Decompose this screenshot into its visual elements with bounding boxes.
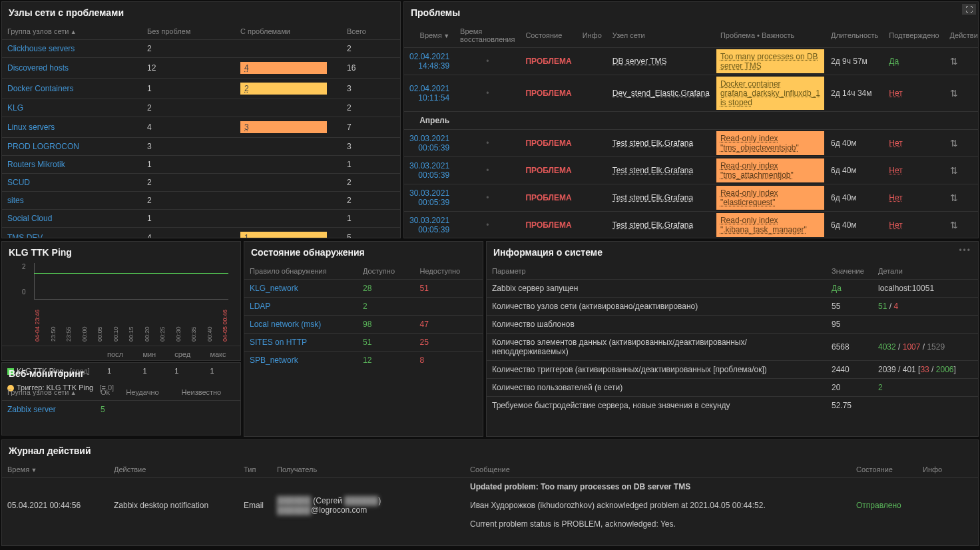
problem-count-link[interactable]: 2 bbox=[240, 83, 327, 95]
col-rule[interactable]: Правило обнаружения bbox=[244, 263, 358, 280]
discovery-rule-link[interactable]: SPB_network bbox=[250, 356, 298, 365]
ack-link[interactable]: Нет bbox=[889, 193, 902, 202]
col-time[interactable]: Время bbox=[420, 31, 450, 39]
table-row: Количество элементов данных (активирован… bbox=[487, 334, 978, 361]
col-action[interactable]: Действие bbox=[109, 461, 238, 478]
ack-link[interactable]: Нет bbox=[889, 89, 902, 98]
host-group-link[interactable]: PROD LOGROCON bbox=[7, 142, 79, 151]
col-type[interactable]: Тип bbox=[238, 461, 272, 478]
problem-host-link[interactable]: DB server TMS bbox=[612, 57, 667, 66]
cell-total: 1 bbox=[342, 156, 400, 174]
problem-host-link[interactable]: Test stend Elk.Grafana bbox=[612, 193, 693, 202]
panel-title: Узлы сети с проблемами bbox=[2, 2, 400, 23]
host-group-link[interactable]: Discovered hosts bbox=[7, 63, 69, 73]
host-group-link[interactable]: Docker Containers bbox=[7, 84, 73, 93]
problem-link[interactable]: Read-only index "tms_objecteventsjob" bbox=[716, 131, 824, 155]
col-time[interactable]: Время bbox=[7, 465, 37, 473]
col-details[interactable]: Детали bbox=[873, 263, 978, 280]
col-fail[interactable]: Неудачно bbox=[121, 384, 176, 401]
col-info[interactable]: Инфо bbox=[917, 461, 978, 478]
ack-link[interactable]: Нет bbox=[889, 220, 902, 230]
action-icon[interactable]: ⇅ bbox=[950, 220, 958, 230]
col-ack[interactable]: Подтверждено bbox=[883, 23, 944, 48]
panel-host-problems: Узлы сети с проблемами Группа узлов сети… bbox=[1, 1, 401, 238]
col-state[interactable]: Состояние bbox=[520, 23, 577, 48]
col-info[interactable]: Инфо bbox=[577, 23, 607, 48]
col-down[interactable]: Недоступно bbox=[415, 263, 483, 280]
host-group-link[interactable]: Linux servers bbox=[7, 123, 55, 132]
ack-link[interactable]: Да bbox=[889, 57, 899, 66]
problem-link[interactable]: Too many processes on DB server TMS bbox=[716, 49, 824, 73]
host-group-link[interactable]: sites bbox=[7, 196, 24, 205]
problem-host-link[interactable]: Dev_stend_Elastic.Grafana bbox=[612, 89, 710, 98]
problem-count-link[interactable]: 1 bbox=[240, 232, 327, 238]
problem-time-link[interactable]: 02.04.2021 14:48:39 bbox=[409, 52, 449, 71]
cell-without: 1 bbox=[142, 210, 235, 228]
cell-without: 1 bbox=[142, 156, 235, 174]
col-without[interactable]: Без проблем bbox=[142, 23, 235, 40]
col-with[interactable]: С проблемами bbox=[235, 23, 342, 40]
col-host[interactable]: Узел сети bbox=[607, 23, 715, 48]
problem-time-link[interactable]: 02.04.2021 10:11:54 bbox=[409, 84, 449, 103]
host-group-link[interactable]: Social Cloud bbox=[7, 214, 52, 223]
cell-up: 51 bbox=[358, 334, 415, 352]
action-icon[interactable]: ⇅ bbox=[950, 88, 958, 99]
cell-total: 2 bbox=[342, 40, 400, 58]
cell-down: 51 bbox=[415, 280, 483, 298]
problem-count-link[interactable]: 4 bbox=[240, 62, 327, 74]
problem-link[interactable]: Read-only index "tms_attachmentjob" bbox=[716, 158, 824, 182]
col-problem[interactable]: Проблема • Важность bbox=[715, 23, 826, 48]
problem-count-link[interactable]: 3 bbox=[240, 121, 327, 133]
discovery-rule-link[interactable]: KLG_network bbox=[250, 284, 298, 293]
problem-link[interactable]: Read-only index "elasticrequest" bbox=[716, 186, 824, 210]
problem-duration: 6д 40м bbox=[826, 130, 883, 157]
discovery-rule-link[interactable]: Local network (msk) bbox=[250, 320, 321, 329]
col-up[interactable]: Доступно bbox=[358, 263, 415, 280]
col-total[interactable]: Всего bbox=[342, 23, 400, 40]
col-param[interactable]: Параметр bbox=[487, 263, 826, 280]
host-group-link[interactable]: SCUD bbox=[7, 178, 30, 187]
col-message[interactable]: Сообщение bbox=[465, 461, 851, 478]
problem-time-link[interactable]: 30.03.2021 00:05:39 bbox=[409, 188, 449, 207]
problem-time-link[interactable]: 30.03.2021 00:05:39 bbox=[409, 134, 449, 152]
log-time: 05.04.2021 00:44:56 bbox=[2, 478, 109, 533]
col-recovery[interactable]: Время восстановления bbox=[455, 23, 520, 48]
host-group-link[interactable]: TMS DEV bbox=[7, 233, 43, 238]
problem-time-link[interactable]: 30.03.2021 00:05:39 bbox=[409, 216, 449, 234]
col-recipient[interactable]: Получатель bbox=[272, 461, 465, 478]
cell-with: 1 bbox=[235, 228, 342, 239]
host-group-link[interactable]: Routers Mikrotik bbox=[7, 160, 65, 169]
host-group-link[interactable]: Zabbix server bbox=[7, 405, 56, 414]
fullscreen-icon[interactable]: ⛶ bbox=[962, 4, 976, 15]
discovery-rule-link[interactable]: SITES on HTTP bbox=[250, 338, 307, 347]
action-icon[interactable]: ⇅ bbox=[950, 56, 958, 67]
problem-link[interactable]: Docker container grafana_darksky_influxd… bbox=[716, 77, 824, 110]
cell-total: 2 bbox=[342, 174, 400, 192]
col-actions[interactable]: Действия bbox=[945, 23, 979, 48]
ack-link[interactable]: Нет bbox=[889, 166, 902, 175]
problem-duration: 2д 9ч 57м bbox=[826, 48, 883, 75]
action-icon[interactable]: ⇅ bbox=[950, 165, 958, 176]
problem-host-link[interactable]: Test stend Elk.Grafana bbox=[612, 166, 693, 175]
problem-time-link[interactable]: 30.03.2021 00:05:39 bbox=[409, 161, 449, 180]
problem-host-link[interactable]: Test stend Elk.Grafana bbox=[612, 220, 693, 230]
host-group-link[interactable]: Clickhouse servers bbox=[7, 44, 75, 53]
cell-up: 12 bbox=[358, 352, 415, 370]
problem-link[interactable]: Read-only index ".kibana_task_manager" bbox=[716, 213, 824, 237]
cell-up: 2 bbox=[358, 298, 415, 316]
action-icon[interactable]: ⇅ bbox=[950, 192, 958, 203]
col-group[interactable]: Группа узлов сети bbox=[7, 27, 77, 35]
host-group-link[interactable]: KLG bbox=[7, 103, 23, 113]
table-row: Zabbix server 5 bbox=[2, 401, 240, 419]
problem-host-link[interactable]: Test stend Elk.Grafana bbox=[612, 138, 693, 148]
action-icon[interactable]: ⇅ bbox=[950, 138, 958, 148]
col-duration[interactable]: Длительность bbox=[826, 23, 883, 48]
system-info-table: Параметр Значение Детали Zabbix сервер з… bbox=[487, 263, 978, 414]
discovery-rule-link[interactable]: LDAP bbox=[250, 302, 270, 311]
col-value[interactable]: Значение bbox=[826, 263, 873, 280]
col-unknown[interactable]: Неизвестно bbox=[176, 384, 240, 401]
col-state[interactable]: Состояние bbox=[851, 461, 917, 478]
ack-link[interactable]: Нет bbox=[889, 138, 902, 148]
menu-icon[interactable]: ••• bbox=[952, 242, 978, 259]
col-group[interactable]: Группа узлов сети bbox=[7, 388, 77, 396]
